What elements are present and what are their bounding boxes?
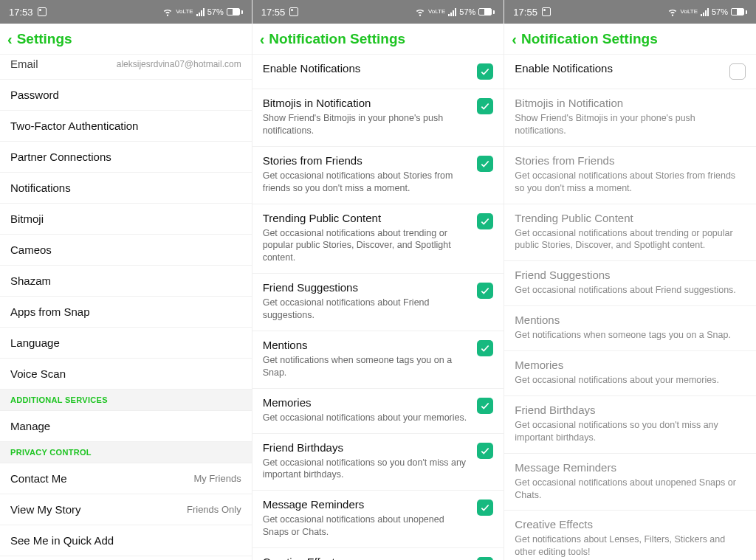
settings-item-email[interactable]: Email aleksijesrdvina07@hotmail.com bbox=[0, 55, 252, 80]
phone-settings: 17:53 VoLTE 57% ‹ Settings Email aleksij… bbox=[0, 0, 252, 560]
settings-item-label: Password bbox=[10, 89, 59, 101]
settings-item-label: Bitmoji bbox=[10, 212, 44, 225]
settings-item[interactable]: Partner Connections bbox=[0, 142, 252, 173]
notification-item[interactable]: MentionsGet notifications when someone t… bbox=[252, 331, 504, 389]
enable-notifications-item[interactable]: Enable Notifications bbox=[252, 55, 504, 89]
settings-item-label: Two-Factor Authentication bbox=[10, 120, 138, 132]
settings-item[interactable]: Voice Scan bbox=[0, 359, 252, 390]
phone-notifications-enabled: 17:55 VoLTE 57% ‹ Notification Settings … bbox=[252, 0, 505, 560]
checkbox-checked-icon[interactable] bbox=[477, 213, 493, 229]
checkbox-checked-icon[interactable] bbox=[477, 499, 493, 516]
settings-item[interactable]: Bitmoji bbox=[0, 204, 252, 235]
settings-item-label: Voice Scan bbox=[10, 367, 66, 380]
notification-description: Get occasional notifications about unope… bbox=[263, 514, 470, 539]
notification-description: Get occasional notifications about trend… bbox=[515, 227, 746, 252]
notification-title: Memories bbox=[515, 359, 746, 371]
settings-item[interactable]: Cameos bbox=[0, 235, 252, 266]
notification-item: Friend SuggestionsGet occasional notific… bbox=[504, 261, 756, 306]
notification-title: Friend Birthdays bbox=[263, 441, 470, 454]
notification-item[interactable]: Friend SuggestionsGet occasional notific… bbox=[252, 274, 504, 331]
signal-icon bbox=[196, 8, 205, 16]
notification-item: Trending Public ContentGet occasional no… bbox=[504, 204, 756, 262]
settings-list[interactable]: Email aleksijesrdvina07@hotmail.com Pass… bbox=[0, 55, 252, 560]
settings-item[interactable]: Contact MeMy Friends bbox=[0, 463, 252, 494]
checkbox-checked-icon[interactable] bbox=[477, 557, 493, 560]
notification-description: Get occasional notifications about Frien… bbox=[515, 284, 746, 297]
settings-item[interactable]: Shazam bbox=[0, 266, 252, 297]
settings-item[interactable]: Apps from Snap bbox=[0, 297, 252, 328]
settings-item[interactable]: Two-Factor Authentication bbox=[0, 111, 252, 142]
back-icon[interactable]: ‹ bbox=[7, 32, 13, 46]
checkbox-checked-icon[interactable] bbox=[477, 63, 493, 80]
notification-item[interactable]: Creative EffectsGet notifications about … bbox=[252, 548, 504, 560]
notification-item[interactable]: Stories from FriendsGet occasional notif… bbox=[252, 147, 504, 204]
notification-description: Get occasional notifications so you don'… bbox=[515, 419, 746, 444]
back-icon[interactable]: ‹ bbox=[260, 32, 265, 46]
notification-title: Trending Public Content bbox=[263, 212, 470, 224]
page-header: ‹ Notification Settings bbox=[504, 24, 756, 55]
status-bar: 17:55 VoLTE 57% bbox=[504, 0, 756, 24]
settings-item[interactable]: Language bbox=[0, 328, 252, 359]
settings-item-label: Cameos bbox=[10, 243, 52, 256]
notification-title: Stories from Friends bbox=[263, 154, 470, 167]
volte-icon: VoLTE bbox=[176, 9, 193, 15]
checkbox-checked-icon[interactable] bbox=[477, 156, 493, 172]
settings-item-label: Language bbox=[10, 336, 60, 349]
notification-item[interactable]: Trending Public ContentGet occasional no… bbox=[252, 204, 504, 274]
notification-item: Message RemindersGet occasional notifica… bbox=[504, 454, 756, 511]
signal-icon bbox=[448, 8, 456, 16]
notification-title: Mentions bbox=[515, 314, 746, 326]
section-header: PRIVACY CONTROL bbox=[0, 442, 252, 463]
phone-notifications-disabled: 17:55 VoLTE 57% ‹ Notification Settings … bbox=[504, 0, 756, 560]
page-header: ‹ Settings bbox=[0, 24, 252, 55]
notification-title: Bitmojis in Notification bbox=[515, 97, 746, 109]
settings-item[interactable]: Manage bbox=[0, 411, 252, 442]
picture-icon bbox=[38, 7, 47, 16]
checkbox-checked-icon[interactable] bbox=[477, 398, 493, 414]
battery-percent: 57% bbox=[207, 7, 224, 16]
back-icon[interactable]: ‹ bbox=[512, 32, 517, 46]
picture-icon bbox=[542, 7, 551, 16]
battery-icon bbox=[731, 8, 747, 15]
page-title: Notification Settings bbox=[269, 31, 405, 47]
settings-item-value: My Friends bbox=[193, 473, 241, 484]
notification-description: Show Friend's Bitmojis in your phone's p… bbox=[515, 112, 746, 137]
checkbox-checked-icon[interactable] bbox=[477, 283, 493, 299]
notification-item[interactable]: Bitmojis in NotificationShow Friend's Bi… bbox=[252, 89, 504, 147]
settings-item[interactable]: See Me in Quick Add bbox=[0, 525, 252, 556]
notification-item: MentionsGet notifications when someone t… bbox=[504, 306, 756, 351]
notification-list[interactable]: Enable NotificationsBitmojis in Notifica… bbox=[504, 55, 756, 560]
notification-item[interactable]: Friend BirthdaysGet occasional notificat… bbox=[252, 434, 504, 491]
settings-item-label: Manage bbox=[10, 420, 50, 432]
picture-icon bbox=[289, 7, 298, 16]
volte-icon: VoLTE bbox=[428, 9, 445, 15]
page-header: ‹ Notification Settings bbox=[252, 24, 504, 55]
notification-title: Bitmojis in Notification bbox=[263, 97, 470, 109]
notification-title: Friend Birthdays bbox=[515, 404, 746, 416]
status-time: 17:55 bbox=[261, 7, 286, 18]
notification-description: Get occasional notifications so you don'… bbox=[263, 457, 470, 482]
checkbox-checked-icon[interactable] bbox=[477, 340, 493, 356]
settings-item-label: Shazam bbox=[10, 274, 51, 287]
checkbox-checked-icon[interactable] bbox=[477, 443, 493, 459]
checkbox-checked-icon[interactable] bbox=[477, 98, 493, 114]
notification-item[interactable]: MemoriesGet occasional notifications abo… bbox=[252, 389, 504, 434]
enable-notifications-item[interactable]: Enable Notifications bbox=[504, 55, 756, 89]
wifi-icon bbox=[162, 7, 173, 17]
settings-item[interactable]: View My StoryFriends Only bbox=[0, 494, 252, 525]
checkbox-unchecked-icon[interactable] bbox=[729, 63, 746, 80]
battery-icon bbox=[478, 8, 495, 15]
notification-item: MemoriesGet occasional notifications abo… bbox=[504, 351, 756, 396]
status-bar: 17:53 VoLTE 57% bbox=[0, 0, 252, 24]
settings-item-label: Contact Me bbox=[10, 472, 67, 485]
settings-item[interactable]: Notifications bbox=[0, 173, 252, 204]
notification-list[interactable]: Enable NotificationsBitmojis in Notifica… bbox=[252, 55, 504, 560]
notification-item[interactable]: Message RemindersGet occasional notifica… bbox=[252, 491, 504, 548]
status-time: 17:55 bbox=[513, 7, 537, 18]
battery-percent: 57% bbox=[459, 7, 475, 16]
settings-item[interactable]: Password bbox=[0, 80, 252, 111]
settings-item[interactable]: See My Location bbox=[0, 556, 252, 560]
notification-title: Friend Suggestions bbox=[263, 281, 470, 294]
notification-title: Creative Effects bbox=[515, 518, 746, 530]
notification-description: Get occasional notifications about your … bbox=[515, 374, 746, 387]
